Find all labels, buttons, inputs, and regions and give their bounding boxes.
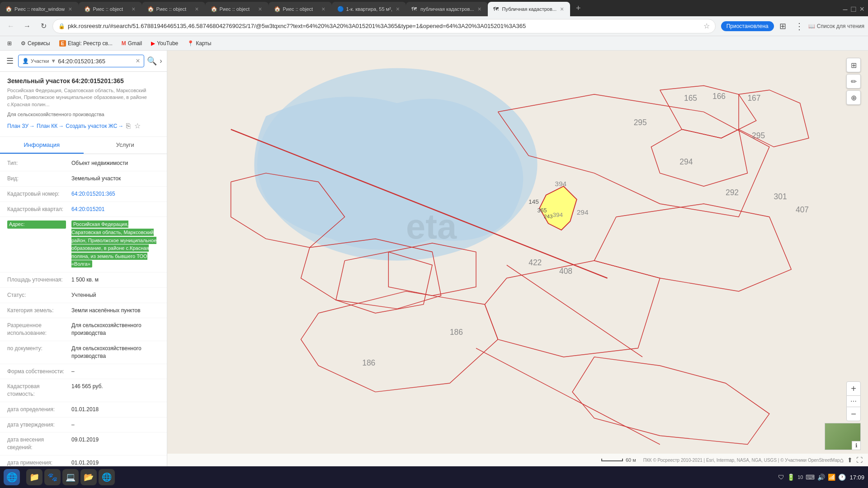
bookmark-servisy[interactable]: ⚙ Сервисы (17, 38, 54, 48)
taskbar-app-1[interactable]: 📁 (26, 469, 42, 485)
network-icon[interactable]: 📶 (828, 474, 835, 481)
reader-mode-button[interactable]: 📖 Список для чтения (808, 23, 864, 29)
copy-button[interactable]: ⎘ (125, 121, 132, 131)
tab-2[interactable]: 🏠 Риес :: object × (79, 2, 142, 16)
info-row-kadnomer: Кадастровый номер: 64:20:015201:365 (0, 187, 167, 202)
tab-5[interactable]: 🏠 Риес :: object × (269, 2, 332, 16)
property-title: Земельный участок 64:20:015201:365 (7, 77, 160, 84)
youtube-icon: ▶ (151, 40, 155, 47)
zoom-options-button[interactable]: ⋯ (846, 396, 861, 407)
bookmark-gmail[interactable]: M Gmail (118, 38, 146, 48)
tab-info[interactable]: Информация (0, 137, 84, 154)
crosshair-button[interactable]: ⊕ (846, 90, 861, 105)
zoom-in-button[interactable]: + (846, 381, 861, 396)
plan-zu-link[interactable]: План ЗУ → (7, 123, 35, 129)
taskbar-app-3[interactable]: 💻 (62, 469, 79, 485)
search-clear-icon[interactable]: × (136, 57, 140, 65)
taskbar-app-4-icon: 📂 (84, 472, 94, 482)
map-bottom-bar: 60 м ПКК © Росреестр 2010-2021 | Esri, I… (167, 454, 868, 466)
tab-favicon-3: 🏠 (147, 6, 154, 12)
taskbar-app-2[interactable]: 🐾 (44, 469, 61, 485)
new-tab-button[interactable]: + (572, 2, 585, 14)
create-zhs-link[interactable]: Создать участок ЖС → (66, 123, 123, 129)
plan-kk-link[interactable]: План КК → (37, 123, 64, 129)
collapse-sidebar-button[interactable]: › (160, 55, 162, 67)
address-bar-text: pkk.rosreestr.ru/#search/51.678819464651… (68, 23, 701, 29)
zoom-out-button[interactable]: − (846, 407, 861, 421)
property-address: Российская Федерация, Саратовская област… (7, 87, 160, 108)
bookmark-star-icon[interactable]: ☆ (703, 22, 710, 30)
close-button[interactable]: × (859, 5, 864, 14)
tab-close-7[interactable]: × (476, 5, 482, 14)
info-value-kadkvartal[interactable]: 64:20:015201 (71, 206, 160, 213)
minimize-button[interactable]: – (843, 5, 848, 14)
tab-8[interactable]: 🗺 Публичная кадастров... × (488, 2, 571, 16)
info-label-kadkvartal: Кадастровый квартал: (7, 206, 66, 213)
sidebar-menu-icon[interactable]: ☰ (5, 54, 15, 68)
property-header: Земельный участок 64:20:015201:365 Росси… (0, 72, 167, 137)
taskbar-apps: 📁 🐾 💻 📂 🌐 (26, 469, 115, 485)
extensions-button[interactable]: ⊞ (776, 19, 790, 33)
tab-3[interactable]: 🏠 Риес :: object × (142, 2, 205, 16)
map-fullscreen-icon[interactable]: ⛶ (856, 456, 863, 464)
tab-close-4[interactable]: × (257, 5, 263, 14)
map-home-icon[interactable]: ⌂ (840, 456, 844, 464)
tab-close-2[interactable]: × (131, 5, 136, 14)
taskbar-right: 🛡 🔋 10 ⌨ 🔊 📶 🕐 17:09 (778, 474, 864, 481)
tab-6[interactable]: 🔵 1-к. квартира, 55 м², × (332, 2, 406, 16)
battery-icon: 🔋 (787, 474, 795, 481)
info-label-tip: Тип: (7, 160, 66, 167)
layers-button[interactable]: ⊞ (846, 58, 861, 72)
tab-4[interactable]: 🏠 Риес :: object × (205, 2, 269, 16)
info-label-vid: Вид: (7, 175, 66, 183)
scale-label: 60 м (626, 457, 636, 463)
svg-text:394: 394 (552, 211, 563, 218)
minimap-info-button[interactable]: ℹ (852, 441, 861, 450)
menu-button[interactable]: ⋮ (792, 19, 807, 33)
shield-sys-icon[interactable]: 🛡 (778, 474, 784, 481)
maximize-button[interactable]: □ (851, 5, 856, 14)
tab-close-8[interactable]: × (559, 5, 565, 14)
svg-text:165: 165 (684, 94, 697, 103)
info-row-dataopredeleniya: дата определения: 01.01.2018 (0, 402, 167, 418)
tab-7[interactable]: 🗺 публичная кадастров... × (406, 2, 488, 16)
bookmark-apps-grid[interactable]: ⊞ (4, 38, 15, 48)
tab-close-6[interactable]: × (395, 5, 401, 14)
tab-bar: 🏠 Риес :: realtor_window × 🏠 Риес :: obj… (0, 0, 868, 16)
tab-1[interactable]: 🏠 Риес :: realtor_window × (0, 2, 79, 16)
keyboard-icon[interactable]: ⌨ (806, 474, 815, 481)
bookmark-youtube[interactable]: ▶ YouTube (147, 38, 182, 48)
tab-close-5[interactable]: × (321, 5, 326, 14)
info-value-razresh: Для сельскохозяйственного производства (71, 322, 160, 337)
tab-close-3[interactable]: × (194, 5, 199, 14)
youtube-label: YouTube (157, 40, 178, 47)
bookmark-maps[interactable]: 📍 Карты (184, 38, 215, 48)
taskbar-app-4[interactable]: 📂 (80, 469, 97, 485)
tab-close-1[interactable]: × (67, 5, 73, 14)
taskbar-app-3-icon: 💻 (66, 472, 75, 482)
pencil-button[interactable]: ✏ (846, 74, 861, 89)
forward-button[interactable]: → (20, 19, 34, 33)
map-area[interactable]: eta 165 166 167 295 295 294 (167, 51, 868, 466)
profile-button[interactable]: Приостановлена (721, 21, 774, 31)
search-button[interactable]: 🔍 (147, 56, 157, 66)
address-bar[interactable]: 🔒 pkk.rosreestr.ru/#search/51.6788194646… (52, 19, 716, 33)
servisy-label: Сервисы (28, 40, 50, 47)
taskbar-app-5[interactable]: 🌐 (99, 469, 115, 485)
servisy-icon: ⚙ (21, 40, 26, 47)
map-share-icon[interactable]: ⬆ (847, 456, 853, 464)
svg-text:eta: eta (406, 207, 457, 246)
tab-services[interactable]: Услуги (84, 137, 167, 154)
volume-icon[interactable]: 🔊 (817, 474, 825, 481)
minimap[interactable]: ℹ (825, 423, 861, 450)
bookmark-etagi[interactable]: E Etagi: Реестр св... (56, 38, 116, 48)
info-value-kadnomer[interactable]: 64:20:015201:365 (71, 190, 160, 198)
search-input[interactable] (58, 58, 134, 65)
taskbar-globe-icon[interactable]: 🌐 (4, 469, 20, 485)
back-button[interactable]: ← (4, 19, 18, 33)
refresh-button[interactable]: ↻ (36, 19, 51, 33)
star-favorite-icon[interactable]: ☆ (133, 121, 142, 131)
dropdown-icon[interactable]: ▼ (51, 58, 56, 64)
svg-text:294: 294 (577, 208, 589, 216)
participants-icon: 👤 (22, 58, 29, 64)
